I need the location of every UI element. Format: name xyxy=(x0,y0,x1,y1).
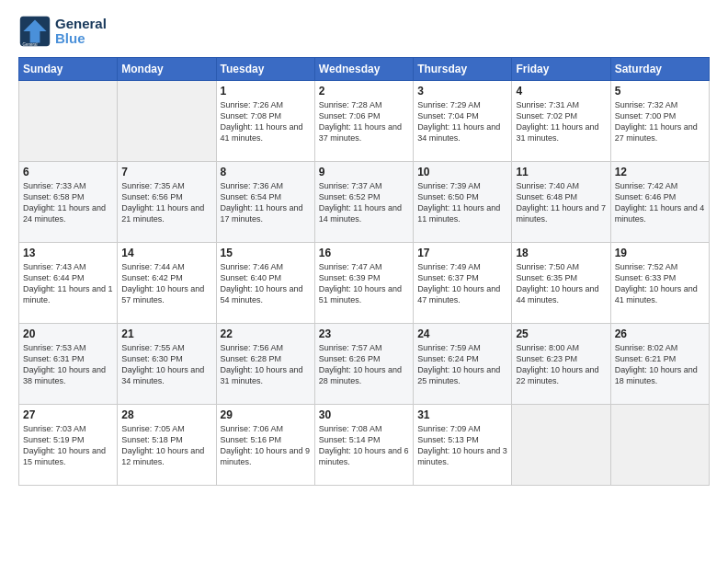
cell-info-text: Sunrise: 7:44 AM Sunset: 6:42 PM Dayligh… xyxy=(121,261,211,306)
cell-info-text: Sunrise: 7:33 AM Sunset: 6:58 PM Dayligh… xyxy=(23,180,113,225)
cell-day-number: 22 xyxy=(221,327,311,340)
calendar-cell: 23Sunrise: 7:57 AM Sunset: 6:26 PM Dayli… xyxy=(314,324,413,405)
cell-info-text: Sunrise: 7:47 AM Sunset: 6:39 PM Dayligh… xyxy=(319,261,409,306)
calendar-cell xyxy=(512,405,610,486)
cell-day-number: 19 xyxy=(615,247,705,259)
calendar-cell xyxy=(610,405,709,486)
cell-day-number: 2 xyxy=(319,85,409,98)
cell-day-number: 30 xyxy=(319,408,409,421)
cell-info-text: Sunrise: 7:52 AM Sunset: 6:33 PM Dayligh… xyxy=(615,261,705,306)
cell-info-text: Sunrise: 7:05 AM Sunset: 5:18 PM Dayligh… xyxy=(121,423,211,468)
cell-day-number: 13 xyxy=(23,247,113,259)
calendar-cell: 11Sunrise: 7:40 AM Sunset: 6:48 PM Dayli… xyxy=(512,162,610,243)
cell-info-text: Sunrise: 8:00 AM Sunset: 6:23 PM Dayligh… xyxy=(516,342,606,387)
cell-info-text: Sunrise: 7:26 AM Sunset: 7:08 PM Dayligh… xyxy=(221,99,311,144)
cell-info-text: Sunrise: 7:32 AM Sunset: 7:00 PM Dayligh… xyxy=(615,99,705,144)
cell-info-text: Sunrise: 7:31 AM Sunset: 7:02 PM Dayligh… xyxy=(516,99,606,144)
calendar-cell: 2Sunrise: 7:28 AM Sunset: 7:06 PM Daylig… xyxy=(314,81,413,162)
cell-info-text: Sunrise: 7:40 AM Sunset: 6:48 PM Dayligh… xyxy=(516,180,606,225)
cell-day-number: 16 xyxy=(319,247,409,259)
cell-day-number: 27 xyxy=(23,408,113,421)
calendar-cell: 16Sunrise: 7:47 AM Sunset: 6:39 PM Dayli… xyxy=(314,243,413,324)
cell-info-text: Sunrise: 7:29 AM Sunset: 7:04 PM Dayligh… xyxy=(417,99,507,144)
calendar-table: SundayMondayTuesdayWednesdayThursdayFrid… xyxy=(18,57,710,486)
cell-day-number: 8 xyxy=(221,166,311,178)
cell-info-text: Sunrise: 7:42 AM Sunset: 6:46 PM Dayligh… xyxy=(615,180,705,225)
cell-day-number: 9 xyxy=(319,166,409,178)
cell-day-number: 21 xyxy=(121,327,211,340)
calendar-weekday-header: Saturday xyxy=(610,58,709,81)
calendar-cell xyxy=(118,81,216,162)
calendar-week-row: 6Sunrise: 7:33 AM Sunset: 6:58 PM Daylig… xyxy=(19,162,710,243)
calendar-cell: 29Sunrise: 7:06 AM Sunset: 5:16 PM Dayli… xyxy=(216,405,314,486)
svg-text:General: General xyxy=(23,42,38,47)
cell-info-text: Sunrise: 7:36 AM Sunset: 6:54 PM Dayligh… xyxy=(221,180,311,225)
calendar-weekday-header: Thursday xyxy=(414,58,512,81)
cell-info-text: Sunrise: 7:39 AM Sunset: 6:50 PM Dayligh… xyxy=(417,180,507,225)
calendar-cell: 4Sunrise: 7:31 AM Sunset: 7:02 PM Daylig… xyxy=(512,81,610,162)
calendar-cell: 18Sunrise: 7:50 AM Sunset: 6:35 PM Dayli… xyxy=(512,243,610,324)
calendar-weekday-header: Sunday xyxy=(19,58,118,81)
calendar-header-row: SundayMondayTuesdayWednesdayThursdayFrid… xyxy=(19,58,710,81)
cell-day-number: 12 xyxy=(615,166,705,178)
cell-info-text: Sunrise: 7:59 AM Sunset: 6:24 PM Dayligh… xyxy=(417,342,507,387)
header: General General Blue xyxy=(18,15,710,48)
calendar-cell: 8Sunrise: 7:36 AM Sunset: 6:54 PM Daylig… xyxy=(216,162,314,243)
cell-day-number: 5 xyxy=(615,85,705,98)
cell-day-number: 20 xyxy=(23,327,113,340)
calendar-cell: 1Sunrise: 7:26 AM Sunset: 7:08 PM Daylig… xyxy=(216,81,314,162)
cell-day-number: 18 xyxy=(516,247,606,259)
cell-info-text: Sunrise: 7:46 AM Sunset: 6:40 PM Dayligh… xyxy=(221,261,311,306)
cell-info-text: Sunrise: 7:37 AM Sunset: 6:52 PM Dayligh… xyxy=(319,180,409,225)
calendar-week-row: 13Sunrise: 7:43 AM Sunset: 6:44 PM Dayli… xyxy=(19,243,710,324)
calendar-cell: 21Sunrise: 7:55 AM Sunset: 6:30 PM Dayli… xyxy=(118,324,216,405)
cell-day-number: 17 xyxy=(417,247,507,259)
calendar-cell: 5Sunrise: 7:32 AM Sunset: 7:00 PM Daylig… xyxy=(610,81,709,162)
calendar-cell: 24Sunrise: 7:59 AM Sunset: 6:24 PM Dayli… xyxy=(414,324,512,405)
calendar-cell xyxy=(19,81,118,162)
cell-day-number: 4 xyxy=(516,85,606,98)
cell-day-number: 1 xyxy=(221,85,311,98)
cell-info-text: Sunrise: 7:49 AM Sunset: 6:37 PM Dayligh… xyxy=(417,261,507,306)
calendar-cell: 15Sunrise: 7:46 AM Sunset: 6:40 PM Dayli… xyxy=(216,243,314,324)
calendar-weekday-header: Monday xyxy=(118,58,216,81)
cell-day-number: 11 xyxy=(516,166,606,178)
cell-info-text: Sunrise: 7:28 AM Sunset: 7:06 PM Dayligh… xyxy=(319,99,409,144)
cell-day-number: 29 xyxy=(221,408,311,421)
calendar-cell: 14Sunrise: 7:44 AM Sunset: 6:42 PM Dayli… xyxy=(118,243,216,324)
cell-info-text: Sunrise: 7:55 AM Sunset: 6:30 PM Dayligh… xyxy=(121,342,211,387)
cell-day-number: 31 xyxy=(417,408,507,421)
calendar-cell: 6Sunrise: 7:33 AM Sunset: 6:58 PM Daylig… xyxy=(19,162,118,243)
calendar-cell: 25Sunrise: 8:00 AM Sunset: 6:23 PM Dayli… xyxy=(512,324,610,405)
calendar-cell: 12Sunrise: 7:42 AM Sunset: 6:46 PM Dayli… xyxy=(610,162,709,243)
cell-info-text: Sunrise: 7:35 AM Sunset: 6:56 PM Dayligh… xyxy=(121,180,211,225)
logo: General General Blue xyxy=(18,15,107,48)
cell-info-text: Sunrise: 7:43 AM Sunset: 6:44 PM Dayligh… xyxy=(23,261,113,306)
calendar-cell: 3Sunrise: 7:29 AM Sunset: 7:04 PM Daylig… xyxy=(414,81,512,162)
cell-info-text: Sunrise: 7:56 AM Sunset: 6:28 PM Dayligh… xyxy=(221,342,311,387)
logo-icon: General xyxy=(18,15,51,48)
calendar-cell: 13Sunrise: 7:43 AM Sunset: 6:44 PM Dayli… xyxy=(19,243,118,324)
cell-info-text: Sunrise: 7:50 AM Sunset: 6:35 PM Dayligh… xyxy=(516,261,606,306)
cell-day-number: 25 xyxy=(516,327,606,340)
cell-day-number: 14 xyxy=(121,247,211,259)
cell-info-text: Sunrise: 7:08 AM Sunset: 5:14 PM Dayligh… xyxy=(319,423,409,468)
cell-day-number: 10 xyxy=(417,166,507,178)
calendar-weekday-header: Tuesday xyxy=(216,58,314,81)
cell-info-text: Sunrise: 7:53 AM Sunset: 6:31 PM Dayligh… xyxy=(23,342,113,387)
calendar-weekday-header: Wednesday xyxy=(314,58,413,81)
page: General General Blue SundayMondayTuesday… xyxy=(0,0,728,504)
cell-day-number: 26 xyxy=(615,327,705,340)
cell-day-number: 23 xyxy=(319,327,409,340)
calendar-cell: 27Sunrise: 7:03 AM Sunset: 5:19 PM Dayli… xyxy=(19,405,118,486)
cell-day-number: 6 xyxy=(23,166,113,178)
calendar-cell: 28Sunrise: 7:05 AM Sunset: 5:18 PM Dayli… xyxy=(118,405,216,486)
calendar-cell: 26Sunrise: 8:02 AM Sunset: 6:21 PM Dayli… xyxy=(610,324,709,405)
cell-info-text: Sunrise: 7:06 AM Sunset: 5:16 PM Dayligh… xyxy=(221,423,311,468)
calendar-week-row: 20Sunrise: 7:53 AM Sunset: 6:31 PM Dayli… xyxy=(19,324,710,405)
cell-day-number: 24 xyxy=(417,327,507,340)
cell-day-number: 15 xyxy=(221,247,311,259)
calendar-cell: 10Sunrise: 7:39 AM Sunset: 6:50 PM Dayli… xyxy=(414,162,512,243)
cell-info-text: Sunrise: 8:02 AM Sunset: 6:21 PM Dayligh… xyxy=(615,342,705,387)
cell-info-text: Sunrise: 7:09 AM Sunset: 5:13 PM Dayligh… xyxy=(417,423,507,468)
